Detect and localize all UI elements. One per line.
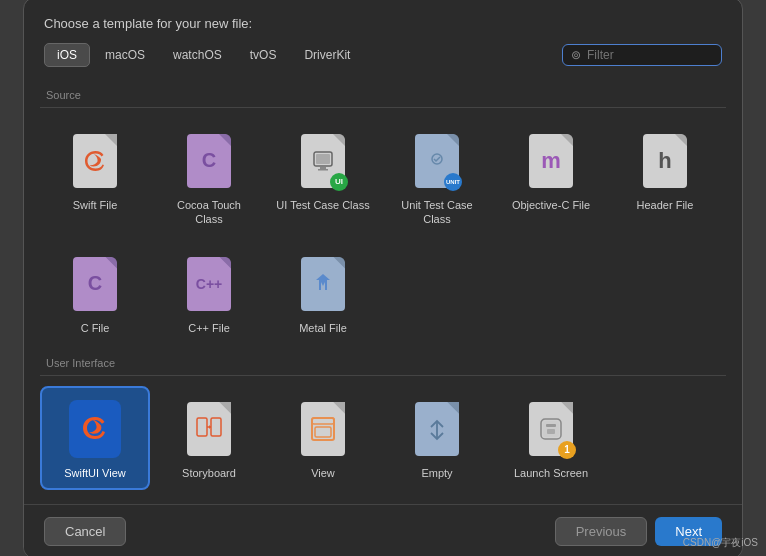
ui-test-label: UI Test Case Class <box>276 198 369 212</box>
tab-driverkit[interactable]: DriverKit <box>291 43 363 67</box>
item-metal-file[interactable]: Metal File <box>268 241 378 345</box>
dialog-footer: Cancel Previous Next <box>24 504 742 556</box>
metal-svg <box>312 272 334 296</box>
tab-ios[interactable]: iOS <box>44 43 90 67</box>
previous-button[interactable]: Previous <box>555 517 648 546</box>
cocoa-touch-icon: C <box>187 134 231 188</box>
ui-test-icon-wrap: UI <box>297 130 349 192</box>
svg-rect-11 <box>315 427 331 437</box>
c-file-icon: C <box>73 257 117 311</box>
metal-icon <box>301 257 345 311</box>
cocoa-letter: C <box>202 149 216 172</box>
swiftui-svg <box>79 413 111 445</box>
ui-test-svg <box>312 150 334 172</box>
section-source-label: Source <box>40 81 726 108</box>
launch-screen-label: Launch Screen <box>514 466 588 480</box>
template-dialog: Choose a template for your new file: iOS… <box>23 0 743 556</box>
swift-file-icon <box>73 134 117 188</box>
launch-badge: 1 <box>558 441 576 459</box>
objc-label: Objective-C File <box>512 198 590 212</box>
swiftui-icon-wrap <box>69 398 121 460</box>
objc-icon: m <box>529 134 573 188</box>
content-area: Source Swift File <box>30 77 736 504</box>
metal-icon-wrap <box>297 253 349 315</box>
unit-test-icon-wrap: UNIT <box>411 130 463 192</box>
item-ui-test-case[interactable]: UI UI Test Case Class <box>268 118 378 237</box>
svg-rect-3 <box>318 169 328 171</box>
objc-icon-wrap: m <box>525 130 577 192</box>
item-objective-c[interactable]: m Objective-C File <box>496 118 606 237</box>
header-icon: h <box>643 134 687 188</box>
view-svg <box>309 415 337 443</box>
empty-svg <box>423 415 451 443</box>
launch-svg <box>538 416 564 442</box>
objc-letter: m <box>541 148 561 174</box>
view-file-icon <box>301 402 345 456</box>
ui-test-icon: UI <box>301 134 345 188</box>
launch-file-icon: 1 <box>529 402 573 456</box>
header-label: Header File <box>637 198 694 212</box>
item-view[interactable]: View <box>268 386 378 490</box>
tabs-bar: iOS macOS watchOS tvOS DriverKit ⊚ <box>44 43 722 67</box>
item-unit-test-case[interactable]: UNIT Unit Test Case Class <box>382 118 492 237</box>
ui-grid: SwiftUI View Storyboard <box>40 382 726 494</box>
section-ui-label: User Interface <box>40 349 726 376</box>
cocoa-touch-label: Cocoa Touch Class <box>162 198 256 227</box>
watermark: CSDN@宇夜iOS <box>683 536 758 550</box>
cpp-icon-wrap: C++ <box>183 253 235 315</box>
swiftui-icon <box>69 400 121 458</box>
svg-rect-5 <box>197 418 207 436</box>
view-icon-wrap <box>297 398 349 460</box>
cpp-icon: C++ <box>187 257 231 311</box>
item-empty[interactable]: Empty <box>382 386 492 490</box>
svg-rect-15 <box>546 424 556 427</box>
cpp-letter: C++ <box>196 276 222 292</box>
item-swiftui-view[interactable]: SwiftUI View <box>40 386 150 490</box>
item-cpp-file[interactable]: C++ C++ File <box>154 241 264 345</box>
swift-file-label: Swift File <box>73 198 118 212</box>
cpp-label: C++ File <box>188 321 230 335</box>
swiftui-label: SwiftUI View <box>64 466 126 480</box>
empty-file-icon <box>415 402 459 456</box>
tab-tvos[interactable]: tvOS <box>237 43 290 67</box>
item-launch-screen[interactable]: 1 Launch Screen <box>496 386 606 490</box>
storyboard-svg <box>195 414 223 444</box>
svg-rect-2 <box>320 167 326 169</box>
unit-test-icon: UNIT <box>415 134 459 188</box>
empty-icon-wrap <box>411 398 463 460</box>
storyboard-icon-wrap <box>183 398 235 460</box>
cocoa-touch-icon-wrap: C <box>183 130 235 192</box>
header-letter: h <box>658 148 671 174</box>
tab-macos[interactable]: macOS <box>92 43 158 67</box>
storyboard-label: Storyboard <box>182 466 236 480</box>
swift-logo <box>82 148 108 174</box>
item-cocoa-touch[interactable]: C Cocoa Touch Class <box>154 118 264 237</box>
filter-box[interactable]: ⊚ <box>562 44 722 66</box>
item-storyboard[interactable]: Storyboard <box>154 386 264 490</box>
launch-icon-wrap: 1 <box>525 398 577 460</box>
c-letter: C <box>88 272 102 295</box>
svg-rect-6 <box>211 418 221 436</box>
dialog-header: Choose a template for your new file: iOS… <box>24 0 742 77</box>
svg-rect-1 <box>316 154 330 164</box>
ui-badge: UI <box>330 173 348 191</box>
unit-test-label: Unit Test Case Class <box>390 198 484 227</box>
metal-label: Metal File <box>299 321 347 335</box>
filter-icon: ⊚ <box>571 48 581 62</box>
tab-watchos[interactable]: watchOS <box>160 43 235 67</box>
swift-file-icon-wrap <box>69 130 121 192</box>
source-grid: Swift File C Cocoa Touch Class <box>40 114 726 349</box>
dialog-title: Choose a template for your new file: <box>44 16 722 31</box>
filter-input[interactable] <box>587 48 713 62</box>
item-c-file[interactable]: C C File <box>40 241 150 345</box>
c-file-label: C File <box>81 321 110 335</box>
cancel-button[interactable]: Cancel <box>44 517 126 546</box>
header-icon-wrap: h <box>639 130 691 192</box>
item-header-file[interactable]: h Header File <box>610 118 720 237</box>
c-file-icon-wrap: C <box>69 253 121 315</box>
empty-label: Empty <box>421 466 452 480</box>
item-swift-file[interactable]: Swift File <box>40 118 150 237</box>
svg-rect-16 <box>547 429 555 434</box>
unit-badge: UNIT <box>444 173 462 191</box>
view-label: View <box>311 466 335 480</box>
